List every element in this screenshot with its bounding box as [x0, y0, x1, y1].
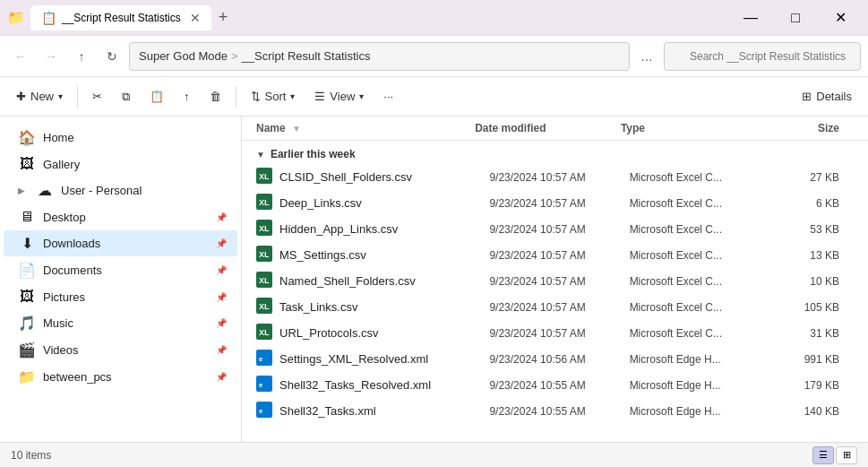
view-icon: ☰	[314, 90, 325, 103]
table-row[interactable]: XL MS_Settings.csv 9/23/2024 10:57 AM Mi…	[242, 242, 868, 268]
copy-icon: ⧉	[122, 90, 130, 104]
table-row[interactable]: e Settings_XML_Resolved.xml 9/23/2024 10…	[242, 346, 868, 372]
file-name: Named_Shell_Folders.csv	[279, 274, 489, 288]
file-date: 9/23/2024 10:57 AM	[489, 249, 629, 262]
table-row[interactable]: e Shell32_Tasks.xml 9/23/2024 10:55 AM M…	[242, 398, 868, 424]
sidebar-item-music[interactable]: 🎵 Music 📌	[4, 310, 237, 336]
header-date[interactable]: Date modified	[475, 122, 621, 134]
svg-text:XL: XL	[259, 328, 270, 337]
list-view-button[interactable]: ☰	[812, 446, 834, 464]
cut-button[interactable]: ✂	[83, 82, 111, 111]
item-count: 10 items	[11, 449, 51, 462]
new-label: New	[30, 90, 54, 103]
up-button[interactable]: ↑	[68, 43, 95, 70]
sort-dropdown-icon: ▾	[290, 91, 295, 101]
delete-button[interactable]: 🗑	[201, 82, 230, 111]
header-name[interactable]: Name ▼	[256, 122, 475, 134]
header-size[interactable]: Size	[767, 122, 854, 134]
file-name: MS_Settings.csv	[279, 248, 489, 262]
main-area: 🏠 Home 🖼 Gallery ▶ ☁ User - Personal 🖥 D…	[0, 117, 868, 442]
sidebar-item-label: Documents	[43, 264, 102, 277]
more-options-button[interactable]: …	[633, 43, 660, 70]
file-list: XL CLSID_Shell_Folders.csv 9/23/2024 10:…	[242, 164, 868, 424]
file-type: Microsoft Excel C...	[630, 223, 769, 236]
sort-button[interactable]: ⇅ Sort ▾	[242, 82, 305, 111]
back-button[interactable]: ←	[7, 43, 34, 70]
excel-file-icon: XL	[256, 298, 274, 316]
tab-close-button[interactable]: ✕	[190, 11, 201, 25]
file-list-header: Name ▼ Date modified Type Size	[242, 117, 868, 141]
downloads-icon: ⬇	[18, 235, 36, 252]
svg-text:XL: XL	[259, 198, 270, 207]
file-date: 9/23/2024 10:57 AM	[489, 301, 629, 314]
table-row[interactable]: XL Named_Shell_Folders.csv 9/23/2024 10:…	[242, 268, 868, 294]
breadcrumb[interactable]: Super God Mode > __Script Result Statist…	[129, 42, 630, 71]
excel-file-icon: XL	[256, 220, 274, 238]
table-row[interactable]: XL Hidden_App_Links.csv 9/23/2024 10:57 …	[242, 216, 868, 242]
file-date: 9/23/2024 10:57 AM	[489, 275, 629, 288]
folder-icon: 📁	[18, 368, 36, 385]
pin-icon-videos: 📌	[216, 345, 227, 355]
paste-button[interactable]: 📋	[141, 82, 173, 111]
sidebar-item-label: Pictures	[43, 290, 85, 304]
pin-icon: 📌	[216, 212, 227, 222]
sidebar-item-home[interactable]: 🏠 Home	[4, 125, 237, 151]
sidebar-item-documents[interactable]: 📄 Documents 📌	[4, 257, 237, 283]
group-toggle-icon[interactable]: ▼	[256, 150, 265, 160]
title-bar: 📁 📋 __Script Result Statistics ✕ + — □ ✕	[0, 0, 868, 36]
file-name: URL_Protocols.csv	[279, 326, 489, 340]
expander-icon[interactable]: ▶	[18, 186, 25, 195]
forward-button[interactable]: →	[38, 43, 64, 70]
file-size: 6 KB	[769, 197, 854, 210]
refresh-button[interactable]: ↻	[99, 43, 125, 70]
maximize-button[interactable]: □	[775, 4, 816, 31]
sidebar-item-videos[interactable]: 🎬 Videos 📌	[4, 337, 237, 363]
view-button[interactable]: ☰ View ▾	[305, 82, 373, 111]
table-row[interactable]: XL CLSID_Shell_Folders.csv 9/23/2024 10:…	[242, 164, 868, 190]
table-row[interactable]: e Shell32_Tasks_Resolved.xml 9/23/2024 1…	[242, 372, 868, 398]
sidebar-item-between-pcs[interactable]: 📁 between_pcs 📌	[4, 364, 237, 390]
paste-icon: 📋	[150, 90, 164, 103]
file-name: Hidden_App_Links.csv	[279, 222, 489, 236]
grid-view-button[interactable]: ⊞	[836, 446, 857, 464]
search-input[interactable]	[664, 42, 861, 71]
file-name: Deep_Links.csv	[279, 196, 489, 210]
file-size: 27 KB	[769, 171, 854, 184]
sidebar-item-gallery[interactable]: 🖼 Gallery	[4, 151, 237, 177]
file-type: Microsoft Edge H...	[630, 379, 769, 392]
cut-icon: ✂	[92, 90, 102, 103]
more-tools-button[interactable]: ···	[374, 82, 402, 111]
table-row[interactable]: XL Deep_Links.csv 9/23/2024 10:57 AM Mic…	[242, 190, 868, 216]
details-icon: ⊞	[802, 90, 812, 103]
videos-icon: 🎬	[18, 342, 36, 359]
new-tab-button[interactable]: +	[219, 8, 228, 27]
sidebar-item-pictures[interactable]: 🖼 Pictures 📌	[4, 284, 237, 309]
sidebar-item-label: Music	[43, 316, 73, 330]
table-row[interactable]: XL Task_Links.csv 9/23/2024 10:57 AM Mic…	[242, 294, 868, 320]
search-wrap	[664, 42, 861, 71]
copy-button[interactable]: ⧉	[113, 82, 139, 111]
header-type[interactable]: Type	[621, 122, 767, 134]
file-pane: Name ▼ Date modified Type Size ▼ Earlier…	[242, 117, 868, 442]
file-date: 9/23/2024 10:57 AM	[489, 171, 629, 184]
minimize-button[interactable]: —	[730, 4, 771, 31]
active-tab[interactable]: 📋 __Script Result Statistics ✕	[30, 5, 211, 30]
file-date: 9/23/2024 10:55 AM	[489, 379, 629, 392]
share-button[interactable]: ↑	[175, 82, 199, 111]
sidebar-item-label: Downloads	[43, 237, 100, 250]
details-button[interactable]: ⊞ Details	[793, 82, 861, 111]
sidebar-item-user-personal[interactable]: ▶ ☁ User - Personal	[4, 177, 237, 203]
file-date: 9/23/2024 10:56 AM	[489, 353, 629, 366]
svg-text:XL: XL	[259, 302, 270, 311]
new-button[interactable]: ✚ New ▾	[7, 82, 72, 111]
toolbar-separator-1	[77, 86, 78, 108]
view-label: View	[330, 90, 355, 103]
sidebar-item-desktop[interactable]: 🖥 Desktop 📌	[4, 204, 237, 229]
sidebar-item-downloads[interactable]: ⬇ Downloads 📌	[4, 230, 237, 256]
desktop-icon: 🖥	[18, 209, 36, 225]
file-type: Microsoft Edge H...	[630, 353, 769, 366]
table-row[interactable]: XL URL_Protocols.csv 9/23/2024 10:57 AM …	[242, 320, 868, 346]
view-dropdown-icon: ▾	[359, 91, 364, 101]
close-button[interactable]: ✕	[820, 4, 861, 31]
file-name: Shell32_Tasks.xml	[279, 404, 489, 418]
